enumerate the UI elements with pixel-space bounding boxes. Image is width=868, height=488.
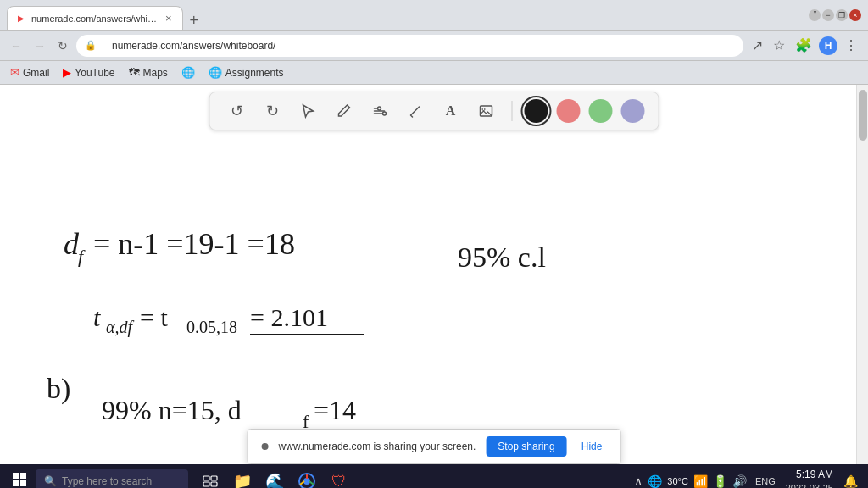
color-green-button[interactable] bbox=[589, 99, 613, 123]
search-placeholder: Type here to search bbox=[62, 475, 152, 487]
svg-text:95% c.l: 95% c.l bbox=[458, 241, 546, 273]
bookmark-maps[interactable]: 🗺 Maps bbox=[129, 66, 168, 79]
restore-button[interactable]: ❐ bbox=[836, 9, 848, 21]
extension-icon[interactable]: 🧩 bbox=[792, 36, 815, 55]
image-tool-button[interactable] bbox=[473, 97, 500, 125]
svg-text:=14: =14 bbox=[314, 395, 356, 425]
up-arrow-icon[interactable]: ∧ bbox=[634, 474, 643, 488]
redo-button[interactable]: ↻ bbox=[259, 97, 287, 125]
highlight-tool-button[interactable] bbox=[402, 97, 429, 125]
tab-title: numerade.com/answers/whiteboard/ bbox=[31, 14, 159, 24]
chrome-button[interactable] bbox=[292, 466, 322, 488]
svg-rect-27 bbox=[203, 482, 209, 486]
edge-icon: 🌊 bbox=[265, 472, 284, 488]
network-icon[interactable]: 🌐 bbox=[648, 474, 662, 488]
stop-sharing-button[interactable]: Stop sharing bbox=[486, 436, 566, 457]
share-icon[interactable]: ↗ bbox=[748, 36, 766, 55]
new-tab-button[interactable]: + bbox=[183, 12, 206, 30]
tools-button[interactable] bbox=[366, 97, 393, 125]
forward-button[interactable]: → bbox=[31, 36, 49, 56]
svg-text:= n-1 =19-1 =18: = n-1 =19-1 =18 bbox=[93, 227, 295, 261]
svg-text:= 2.101: = 2.101 bbox=[250, 303, 328, 331]
maps-icon: 🗺 bbox=[129, 66, 140, 79]
undo-button[interactable]: ↺ bbox=[224, 97, 251, 125]
back-button[interactable]: ← bbox=[7, 36, 25, 56]
assignments-icon: 🌐 bbox=[209, 66, 222, 79]
tab-favicon: ▶ bbox=[18, 14, 25, 23]
menu-icon[interactable]: ⋮ bbox=[841, 36, 861, 55]
bookmark-assignments[interactable]: 🌐 Assignments bbox=[209, 66, 284, 79]
active-tab[interactable]: ▶ numerade.com/answers/whiteboard/ × bbox=[7, 6, 183, 30]
shield-app-button[interactable]: 🛡 bbox=[324, 466, 354, 488]
speaker-icon[interactable]: 🔊 bbox=[732, 474, 747, 488]
pen-tool-button[interactable] bbox=[331, 97, 358, 125]
share-dot-icon bbox=[262, 443, 269, 450]
close-button[interactable]: × bbox=[849, 9, 861, 21]
text-tool-button[interactable]: A bbox=[437, 97, 465, 125]
share-message: www.numerade.com is sharing your screen. bbox=[279, 441, 476, 452]
bookmark-youtube[interactable]: ▶ YouTube bbox=[63, 66, 114, 79]
address-input[interactable] bbox=[102, 35, 735, 57]
lock-icon: 🔒 bbox=[85, 40, 97, 51]
hide-button[interactable]: Hide bbox=[577, 436, 607, 457]
svg-rect-22 bbox=[20, 473, 26, 479]
browser-tab-bar: ▶ numerade.com/answers/whiteboard/ × + ˅… bbox=[0, 0, 868, 30]
color-purple-button[interactable] bbox=[621, 99, 645, 123]
tab-close[interactable]: × bbox=[165, 12, 172, 25]
chevron-down-icon[interactable]: ˅ bbox=[809, 9, 821, 21]
file-explorer-button[interactable]: 📁 bbox=[227, 466, 258, 488]
start-button[interactable] bbox=[7, 467, 32, 489]
profile-avatar[interactable]: H bbox=[819, 36, 837, 55]
handwriting-canvas[interactable]: d f = n-1 =19-1 =18 95% c.l t α,df = t 0… bbox=[0, 85, 868, 464]
address-bar-row: ← → ↻ 🔒 ↗ ☆ 🧩 H ⋮ bbox=[0, 30, 868, 61]
svg-text:= t: = t bbox=[140, 303, 168, 331]
svg-text:b): b) bbox=[47, 373, 70, 405]
color-pink-button[interactable] bbox=[557, 99, 581, 123]
svg-text:t: t bbox=[93, 303, 101, 331]
svg-rect-25 bbox=[203, 476, 209, 480]
scrollbar-thumb[interactable] bbox=[859, 90, 867, 141]
wifi-icon[interactable]: 📶 bbox=[693, 474, 708, 488]
bookmarks-bar: ✉ Gmail ▶ YouTube 🗺 Maps 🌐 🌐 Assignments bbox=[0, 61, 868, 85]
taskview-button[interactable] bbox=[195, 466, 225, 488]
share-notification-bar: www.numerade.com is sharing your screen.… bbox=[248, 429, 621, 464]
svg-point-0 bbox=[378, 107, 381, 110]
clock-date: 2022-03-25 bbox=[786, 482, 833, 488]
gmail-icon: ✉ bbox=[10, 66, 19, 79]
search-icon: 🔍 bbox=[44, 475, 57, 487]
system-tray: ∧ 🌐 30°C 📶 🔋 🔊 ENG bbox=[634, 474, 778, 488]
shield-icon: 🛡 bbox=[331, 473, 347, 489]
minimize-button[interactable]: − bbox=[822, 9, 834, 21]
notification-button[interactable]: 🔔 bbox=[840, 471, 861, 488]
refresh-button[interactable]: ↻ bbox=[54, 36, 71, 56]
edge-browser-button[interactable]: 🌊 bbox=[259, 466, 290, 488]
svg-point-3 bbox=[482, 108, 485, 111]
battery-icon[interactable]: 🔋 bbox=[713, 474, 727, 488]
color-black-button[interactable] bbox=[525, 99, 548, 123]
svg-text:α,df: α,df bbox=[106, 318, 134, 337]
clock-time: 5:19 AM bbox=[786, 468, 833, 482]
svg-point-1 bbox=[383, 112, 387, 115]
globe-icon: 🌐 bbox=[181, 66, 195, 79]
svg-rect-21 bbox=[13, 473, 19, 479]
whiteboard-toolbar: ↺ ↻ A bbox=[209, 92, 659, 130]
scrollbar[interactable] bbox=[856, 85, 868, 464]
svg-text:0.05,18: 0.05,18 bbox=[186, 318, 237, 336]
svg-rect-28 bbox=[211, 482, 217, 486]
svg-rect-26 bbox=[211, 476, 217, 480]
svg-rect-23 bbox=[13, 480, 19, 486]
select-tool-button[interactable] bbox=[295, 97, 322, 125]
svg-rect-24 bbox=[20, 480, 26, 486]
language-label: ENG bbox=[755, 476, 776, 486]
star-icon[interactable]: ☆ bbox=[770, 36, 788, 55]
svg-point-30 bbox=[303, 478, 310, 485]
folder-icon: 📁 bbox=[233, 472, 252, 488]
page-content: ↺ ↻ A d f = n-1 =19-1 =18 95% c.l bbox=[0, 85, 868, 464]
bookmark-gmail[interactable]: ✉ Gmail bbox=[10, 66, 49, 79]
clock[interactable]: 5:19 AM 2022-03-25 bbox=[786, 468, 833, 488]
assignments-label: Assignments bbox=[225, 67, 284, 79]
temperature-label: 30°C bbox=[667, 476, 688, 486]
taskbar: 🔍 Type here to search 📁 🌊 bbox=[0, 464, 868, 488]
taskbar-search[interactable]: 🔍 Type here to search bbox=[36, 469, 188, 488]
bookmark-globe1[interactable]: 🌐 bbox=[181, 66, 195, 79]
